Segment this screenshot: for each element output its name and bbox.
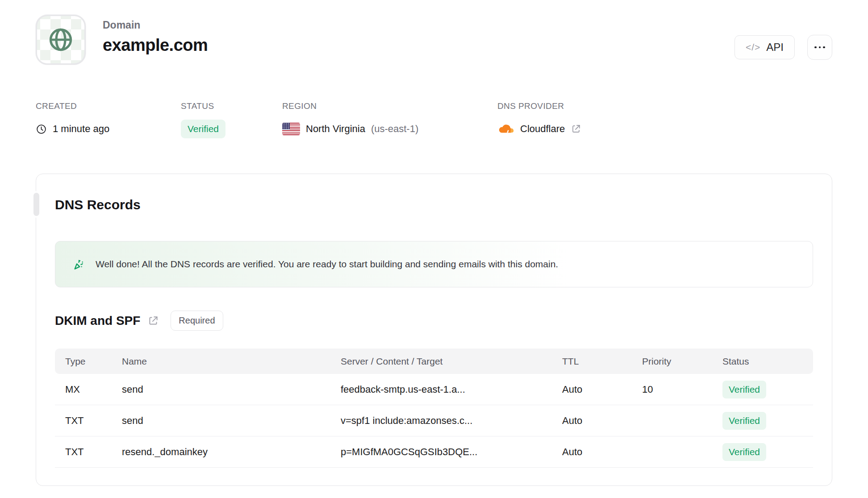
dns-provider-label: DNS PROVIDER bbox=[497, 101, 581, 111]
dns-provider-value: Cloudflare bbox=[520, 123, 565, 135]
success-banner-text: Well done! All the DNS records are verif… bbox=[96, 259, 558, 270]
success-banner: Well done! All the DNS records are verif… bbox=[55, 241, 813, 287]
table-row[interactable]: TXT resend._domainkey p=MIGfMA0GCSqGSIb3… bbox=[55, 436, 813, 468]
dns-records-table: Type Name Server / Content / Target TTL … bbox=[55, 349, 813, 468]
created-label: CREATED bbox=[36, 101, 181, 111]
code-icon: </> bbox=[746, 42, 760, 53]
left-edge-scroll-indicator[interactable] bbox=[33, 193, 39, 216]
more-options-button[interactable] bbox=[807, 35, 832, 60]
external-link-icon[interactable] bbox=[571, 124, 581, 134]
table-header-row: Type Name Server / Content / Target TTL … bbox=[55, 349, 813, 374]
dns-records-title: DNS Records bbox=[55, 197, 813, 212]
record-type: MX bbox=[65, 384, 122, 395]
region-code: (us-east-1) bbox=[371, 123, 418, 135]
status-label: STATUS bbox=[181, 101, 282, 111]
col-name: Name bbox=[122, 356, 341, 367]
meta-status: STATUS Verified bbox=[181, 101, 282, 139]
meta-dns-provider: DNS PROVIDER Cloudflare bbox=[497, 101, 581, 139]
domain-meta: CREATED 1 minute ago STATUS Verified REG… bbox=[36, 101, 832, 139]
col-priority: Priority bbox=[642, 356, 722, 367]
domain-page: Domain example.com </> API CREATED bbox=[0, 0, 868, 486]
record-type: TXT bbox=[65, 415, 122, 427]
header-actions: </> API bbox=[734, 15, 832, 60]
record-type: TXT bbox=[65, 446, 122, 458]
status-badge: Verified bbox=[181, 120, 225, 138]
record-content: v=spf1 include:amazonses.c... bbox=[341, 415, 562, 427]
required-badge: Required bbox=[171, 311, 223, 331]
record-content: p=MIGfMA0GCSqGSIb3DQE... bbox=[341, 446, 562, 458]
page-kicker: Domain bbox=[103, 19, 208, 31]
col-status: Status bbox=[722, 356, 813, 367]
api-button[interactable]: </> API bbox=[734, 35, 795, 59]
record-name: send bbox=[122, 415, 341, 427]
domain-avatar bbox=[36, 15, 86, 65]
col-ttl: TTL bbox=[562, 356, 642, 367]
region-label: REGION bbox=[282, 101, 497, 111]
meta-created: CREATED 1 minute ago bbox=[36, 101, 181, 139]
table-row[interactable]: MX send feedback-smtp.us-east-1.a... Aut… bbox=[55, 374, 813, 405]
title-block: Domain example.com bbox=[103, 15, 208, 55]
record-ttl: Auto bbox=[562, 446, 642, 458]
table-row[interactable]: TXT send v=spf1 include:amazonses.c... A… bbox=[55, 405, 813, 436]
meta-region: REGION North Virginia (us-east-1) bbox=[282, 101, 497, 139]
record-status-badge: Verified bbox=[722, 443, 766, 461]
page-header: Domain example.com </> API bbox=[36, 0, 832, 65]
page-title: example.com bbox=[103, 36, 208, 55]
record-name: resend._domainkey bbox=[122, 446, 341, 458]
us-flag-icon bbox=[282, 123, 300, 135]
record-ttl: Auto bbox=[562, 384, 642, 395]
record-priority: 10 bbox=[642, 384, 722, 395]
globe-icon bbox=[46, 25, 75, 54]
record-content: feedback-smtp.us-east-1.a... bbox=[341, 384, 562, 395]
record-ttl: Auto bbox=[562, 415, 642, 427]
col-type: Type bbox=[65, 356, 122, 367]
cloudflare-icon bbox=[497, 123, 514, 135]
ellipsis-icon bbox=[814, 46, 817, 49]
created-value: 1 minute ago bbox=[53, 123, 109, 135]
party-popper-icon bbox=[72, 257, 86, 271]
dkim-spf-title: DKIM and SPF bbox=[55, 314, 140, 328]
record-name: send bbox=[122, 384, 341, 395]
record-status-badge: Verified bbox=[722, 412, 766, 430]
record-status-badge: Verified bbox=[722, 381, 766, 398]
dns-records-card: DNS Records Well done! All the DNS recor… bbox=[36, 174, 832, 486]
col-content: Server / Content / Target bbox=[341, 356, 562, 367]
api-button-label: API bbox=[766, 41, 784, 54]
dkim-spf-section-header: DKIM and SPF Required bbox=[55, 311, 813, 331]
clock-icon bbox=[36, 124, 47, 135]
external-link-icon[interactable] bbox=[147, 315, 159, 327]
region-name: North Virginia bbox=[306, 123, 365, 135]
